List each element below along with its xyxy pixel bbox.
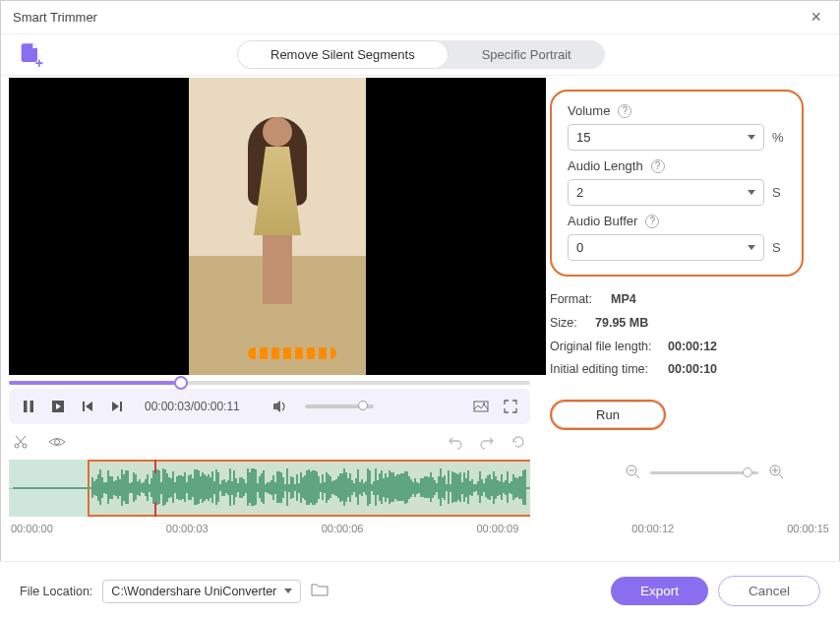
tab-specific-portrait[interactable]: Specific Portrait [449, 40, 605, 69]
svg-marker-8 [112, 402, 119, 411]
redo-icon[interactable] [479, 434, 495, 450]
timeline-tools [1, 428, 538, 456]
audio-waveform[interactable] [9, 460, 530, 517]
header-row: + Remove Silent Segments Specific Portra… [1, 34, 839, 76]
refresh-icon[interactable] [510, 434, 526, 450]
help-icon[interactable]: ? [645, 215, 659, 228]
audio-length-unit: S [772, 185, 786, 200]
ruler-tick: 00:00:09 [476, 523, 518, 534]
add-file-icon[interactable]: + [17, 41, 44, 69]
file-location-select[interactable]: C:\Wondershare UniConverter [102, 580, 301, 603]
cut-icon[interactable] [13, 434, 29, 450]
parameters-panel: Volume? 15 % Audio Length? 2 S Audio Buf… [550, 90, 804, 277]
volume-unit: % [772, 130, 786, 145]
ruler-tick: 00:00:03 [166, 523, 209, 534]
svg-point-11 [483, 403, 485, 404]
zoom-out-icon[interactable] [625, 464, 640, 482]
tab-remove-silent[interactable]: Remove Silent Segments [237, 40, 449, 69]
run-button[interactable]: Run [550, 400, 666, 430]
mode-tabs: Remove Silent Segments Specific Portrait [237, 40, 605, 69]
orig-len-value: 00:00:12 [668, 336, 717, 359]
close-icon[interactable]: × [805, 7, 827, 28]
audio-length-select[interactable]: 2 [568, 179, 764, 206]
fullscreen-icon[interactable] [503, 399, 518, 414]
audio-buffer-label: Audio Buffer [568, 214, 637, 228]
footer: File Location: C:\Wondershare UniConvert… [0, 561, 840, 620]
svg-rect-5 [83, 402, 85, 411]
svg-line-18 [635, 474, 639, 478]
seek-slider[interactable] [9, 381, 530, 385]
zoom-controls [550, 458, 804, 488]
ruler-tick: 00:00:00 [11, 523, 53, 534]
cancel-button[interactable]: Cancel [718, 576, 820, 606]
zoom-slider[interactable] [650, 471, 758, 474]
init-time-label: Initial editing time: [550, 358, 658, 382]
volume-slider[interactable] [305, 404, 374, 408]
volume-label: Volume [568, 103, 610, 118]
window-title: Smart Trimmer [13, 10, 97, 25]
volume-icon[interactable] [271, 399, 287, 414]
playback-time: 00:00:03/00:00:11 [145, 400, 240, 413]
init-time-value: 00:00:10 [668, 358, 717, 382]
snapshot-icon[interactable] [473, 399, 489, 414]
next-icon[interactable] [109, 399, 125, 414]
pause-icon[interactable] [21, 399, 36, 414]
prev-icon[interactable] [80, 399, 95, 414]
chevron-down-icon [748, 245, 755, 250]
svg-text:+: + [35, 54, 43, 68]
chevron-down-icon [748, 190, 755, 195]
help-icon[interactable]: ? [618, 104, 631, 118]
preview-eye-icon[interactable] [48, 434, 66, 450]
time-ruler: 00:00:0000:00:0300:00:0600:00:0900:00:12… [11, 523, 829, 534]
svg-marker-9 [273, 401, 280, 412]
format-label: Format: [550, 288, 601, 312]
svg-line-21 [779, 474, 783, 478]
svg-marker-6 [86, 402, 92, 411]
titlebar: Smart Trimmer × [1, 1, 839, 34]
format-value: MP4 [611, 288, 636, 312]
size-value: 79.95 MB [595, 312, 648, 336]
ruler-tick: 00:00:12 [631, 523, 674, 534]
export-button[interactable]: Export [611, 577, 708, 605]
orig-len-label: Original file length: [550, 336, 658, 359]
audio-buffer-select[interactable]: 0 [568, 234, 764, 261]
playback-controls: 00:00:03/00:00:11 [9, 389, 530, 424]
svg-point-16 [55, 440, 60, 445]
volume-select[interactable]: 15 [568, 124, 764, 151]
size-label: Size: [550, 312, 585, 336]
folder-icon[interactable] [311, 582, 329, 600]
file-info: Format:MP4 Size:79.95 MB Original file l… [550, 288, 804, 382]
svg-rect-1 [24, 401, 28, 412]
ruler-tick: 00:00:15 [787, 523, 829, 534]
audio-length-label: Audio Length [568, 158, 643, 173]
help-icon[interactable]: ? [651, 159, 665, 173]
stop-icon[interactable] [50, 399, 66, 414]
undo-icon[interactable] [448, 434, 463, 450]
ruler-tick: 00:00:06 [322, 523, 364, 534]
video-preview[interactable] [9, 78, 546, 375]
svg-rect-7 [120, 402, 122, 411]
audio-buffer-unit: S [772, 240, 786, 255]
file-location-label: File Location: [20, 585, 92, 598]
zoom-in-icon[interactable] [768, 464, 784, 482]
chevron-down-icon [284, 589, 292, 593]
svg-rect-2 [30, 401, 34, 412]
chevron-down-icon [748, 135, 755, 140]
